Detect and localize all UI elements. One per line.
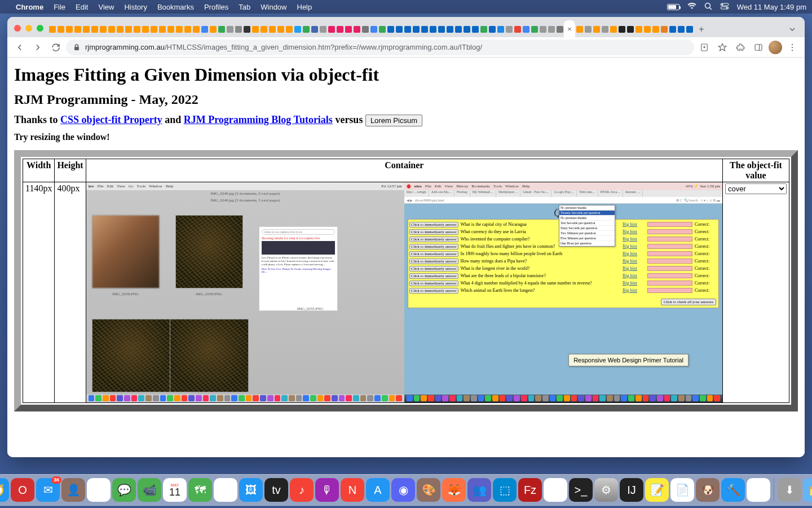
browser-tab[interactable] (386, 21, 395, 37)
dock-chrome[interactable]: ◉ (747, 478, 770, 502)
dock-tv[interactable]: tv (264, 478, 288, 502)
dock-facetime[interactable]: 📹 (138, 478, 161, 502)
dock-firefox[interactable]: 🦊 (442, 478, 466, 502)
spotlight-icon[interactable] (704, 2, 712, 12)
browser-tab[interactable] (158, 21, 166, 37)
new-tab-button[interactable]: + (694, 21, 709, 37)
browser-tab[interactable] (226, 21, 234, 37)
browser-tab[interactable] (547, 21, 555, 37)
dock-xcode[interactable]: 🔨 (721, 478, 745, 502)
back-button[interactable] (12, 40, 28, 55)
browser-tab[interactable] (319, 21, 327, 37)
browser-tab[interactable] (660, 21, 668, 37)
browser-tab[interactable] (575, 21, 584, 37)
browser-tab[interactable] (141, 21, 149, 37)
tab-overflow-button[interactable] (784, 21, 800, 37)
browser-tab[interactable] (677, 21, 685, 37)
browser-tab[interactable] (626, 21, 634, 37)
reload-button[interactable] (48, 40, 64, 55)
browser-tab[interactable] (352, 21, 361, 37)
forward-button[interactable] (30, 40, 46, 55)
link-css-objectfit[interactable]: CSS object-fit Property (60, 114, 162, 125)
link-rjm-blog[interactable]: RJM Programming Blog Tutorials (184, 114, 333, 125)
browser-tab[interactable] (505, 21, 513, 37)
browser-tab[interactable] (242, 21, 251, 37)
browser-tab[interactable] (668, 21, 677, 37)
dock-downloads[interactable]: ⬇ (778, 478, 801, 502)
browser-tab[interactable] (124, 21, 133, 37)
menubar-clock[interactable]: Wed 11 May 1:49 pm (737, 3, 806, 11)
browser-tab[interactable] (133, 21, 141, 37)
browser-tab[interactable] (513, 21, 522, 37)
browser-tab[interactable] (643, 21, 651, 37)
browser-tab[interactable] (293, 21, 302, 37)
browser-tab[interactable] (429, 21, 437, 37)
browser-tab[interactable] (56, 21, 65, 37)
browser-tab[interactable] (276, 21, 285, 37)
browser-tab[interactable] (471, 21, 479, 37)
window-close-button[interactable] (14, 25, 21, 32)
browser-tab[interactable] (73, 21, 82, 37)
profile-avatar[interactable] (769, 41, 782, 54)
address-bar[interactable]: rjmprogramming.com.au/HTMLCSS/images_fit… (66, 40, 694, 55)
dock-maps[interactable]: 🗺 (188, 478, 212, 502)
window-zoom-button[interactable] (37, 25, 43, 32)
browser-tab[interactable] (183, 21, 192, 37)
browser-tab[interactable] (530, 21, 539, 37)
chrome-menu-icon[interactable] (784, 40, 800, 55)
menubar-file[interactable]: File (54, 3, 65, 11)
dock-news[interactable]: N (341, 478, 364, 502)
menubar-view[interactable]: View (98, 3, 114, 11)
browser-tab[interactable] (310, 21, 319, 37)
browser-tab[interactable] (488, 21, 496, 37)
dock-appstore[interactable]: A (366, 478, 390, 502)
browser-tab[interactable] (344, 21, 352, 37)
browser-tab[interactable] (65, 21, 73, 37)
install-app-icon[interactable] (696, 40, 712, 55)
browser-tab[interactable] (234, 21, 242, 37)
browser-tab[interactable] (634, 21, 643, 37)
dock-contacts[interactable]: 👤 (61, 478, 85, 502)
browser-tab[interactable] (601, 21, 609, 37)
browser-tab[interactable] (403, 21, 412, 37)
bookmark-star-icon[interactable] (714, 40, 730, 55)
active-tab-close[interactable]: × (564, 20, 575, 37)
browser-tab[interactable] (90, 21, 99, 37)
browser-tab[interactable] (617, 21, 626, 37)
browser-tab[interactable] (555, 21, 564, 37)
side-panel-icon[interactable] (751, 40, 766, 55)
menubar-edit[interactable]: Edit (76, 3, 88, 11)
battery-icon[interactable] (667, 4, 679, 10)
browser-tab[interactable] (149, 21, 158, 37)
browser-tab[interactable] (651, 21, 660, 37)
browser-tab[interactable] (496, 21, 505, 37)
browser-tab[interactable] (107, 21, 116, 37)
lorem-picsum-button[interactable]: Lorem Picsum (365, 115, 422, 126)
browser-tab[interactable] (285, 21, 293, 37)
browser-tab[interactable] (437, 21, 445, 37)
dock-calendar[interactable]: MAY11 (163, 478, 187, 502)
extensions-icon[interactable] (732, 40, 748, 55)
dock-textedit[interactable]: 📄 (670, 478, 694, 502)
browser-tab[interactable] (412, 21, 420, 37)
browser-tab[interactable] (609, 21, 617, 37)
browser-tab[interactable] (361, 21, 369, 37)
browser-tab[interactable] (166, 21, 175, 37)
control-center-icon[interactable] (720, 3, 729, 11)
browser-tab[interactable] (522, 21, 530, 37)
dock-gimp[interactable]: 🐶 (696, 478, 720, 502)
dock-discord[interactable]: ◉ (391, 478, 415, 502)
browser-tab[interactable] (217, 21, 226, 37)
dock-music[interactable]: ♪ (290, 478, 314, 502)
browser-tab[interactable] (302, 21, 310, 37)
browser-tab[interactable] (378, 21, 386, 37)
dock-reminders[interactable]: ≡ (87, 478, 111, 502)
dock-teams[interactable]: 👥 (467, 478, 491, 502)
dock-brackets[interactable]: {B} (544, 478, 567, 502)
dock-folder[interactable]: 📁 (803, 478, 812, 502)
menubar-tab[interactable]: Tab (239, 3, 250, 11)
browser-tab[interactable] (685, 21, 694, 37)
menubar-app-name[interactable]: Chrome (16, 3, 43, 11)
dock-terminal[interactable]: >_ (569, 478, 593, 502)
dock-photos[interactable]: ❀ (214, 478, 237, 502)
